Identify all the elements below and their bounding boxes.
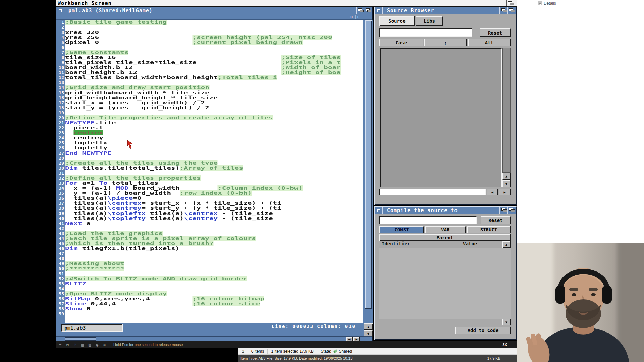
code-line[interactable]: 42: [57, 226, 363, 231]
code-line[interactable]: 27End NEWTYPE: [57, 150, 363, 156]
code-line[interactable]: 21NEWTYPE.tile: [57, 120, 363, 125]
code-line[interactable]: 52;#Switch To BLITZ mode AND draw grid b…: [57, 276, 363, 281]
browser-entry-field[interactable]: [379, 189, 486, 195]
depth-gadget-icon[interactable]: [507, 207, 515, 214]
zoom-gadget-icon[interactable]: [499, 7, 507, 14]
floppy-icon[interactable]: ▦: [79, 343, 85, 347]
code-line[interactable]: 28: [57, 156, 363, 161]
depth-gadget-icon[interactable]: [507, 7, 515, 14]
code-line[interactable]: 56BitMap 0,xres,yres,4 ;16 colour bitmap: [57, 296, 363, 301]
menu-icon[interactable]: ≡: [57, 343, 63, 347]
parent-button[interactable]: Parent: [379, 234, 511, 241]
zoom-gadget-icon[interactable]: [356, 7, 364, 14]
code-line[interactable]: 55;Open BLITZ mode display: [57, 291, 363, 296]
add-to-code-button[interactable]: Add to Code: [455, 327, 511, 334]
display-icon[interactable]: ◻: [65, 343, 70, 347]
code-line[interactable]: 9tile_pixels=tile_size*tile_size ;Pixels…: [57, 60, 363, 65]
code-line[interactable]: 49;Messing about: [57, 261, 363, 266]
filter-case-button[interactable]: Case: [379, 39, 423, 46]
code-line[interactable]: 43;Load the tile graphics: [57, 231, 363, 236]
source-browser-titlebar[interactable]: Source Browser: [375, 7, 516, 14]
code-line[interactable]: 35 y = (a-1) / board_width ;row index (0…: [57, 191, 363, 196]
code-line[interactable]: 7;Game Constants: [57, 50, 363, 55]
code-line[interactable]: 58Show 0: [57, 306, 363, 311]
code-line[interactable]: 14;Grid size and draw start position: [57, 85, 363, 90]
trace-toggle-button[interactable]: T: [355, 15, 360, 19]
code-line[interactable]: 29;Create all the tiles using the type: [57, 161, 363, 166]
filter-all-button[interactable]: All: [468, 39, 511, 46]
code-line[interactable]: 48: [57, 256, 363, 261]
code-line[interactable]: 15grid_width=board_width * tile_size: [57, 90, 363, 95]
code-line[interactable]: 17start_x = (xres - grid_width) / 2: [57, 100, 363, 105]
code-line[interactable]: 39 tiles(a)\topleftx=tiles(a)\centrex - …: [57, 211, 363, 216]
settings-icon[interactable]: ⊕: [102, 343, 107, 347]
editor-vertical-scrollbar[interactable]: [364, 20, 373, 323]
code-line[interactable]: 20;Define Tile properties and create arr…: [57, 115, 363, 120]
code-line[interactable]: 33For a=1 To total_tiles: [57, 181, 363, 186]
code-line[interactable]: 59: [57, 311, 363, 316]
code-line[interactable]: 54: [57, 286, 363, 291]
code-line[interactable]: 23 centrex: [57, 130, 363, 135]
list-scroll-up-button[interactable]: ▲: [502, 173, 511, 180]
identifier-scroll-down-button[interactable]: ▼: [502, 319, 511, 325]
camera-icon[interactable]: ◉: [94, 343, 100, 347]
code-line[interactable]: 57Slice 0,44,4 ;16 colour slice: [57, 301, 363, 306]
identifier-scroll-up-button[interactable]: ▲: [502, 241, 511, 248]
workbench-titlebar[interactable]: Workbench Screen: [56, 0, 517, 7]
editor-titlebar[interactable]: pm1.ab3 (Shared:NeilGame): [56, 7, 372, 14]
code-line[interactable]: 31: [57, 171, 363, 176]
horizontal-scroll-thumb[interactable]: [65, 337, 96, 341]
code-line[interactable]: 5dpixel=0 ;current pixel being drawn: [57, 40, 363, 45]
compile-reset-button[interactable]: Reset: [481, 216, 511, 224]
close-gadget-icon[interactable]: [375, 7, 383, 14]
code-line[interactable]: 50;*************: [57, 266, 363, 271]
code-line[interactable]: 19: [57, 110, 363, 115]
code-line[interactable]: 47: [57, 251, 363, 256]
vertical-scroll-thumb[interactable]: [365, 20, 372, 309]
debug-toggle-button[interactable]: D: [349, 15, 354, 19]
scroll-up-button[interactable]: ▲: [364, 323, 373, 330]
code-line[interactable]: 2: [57, 25, 363, 30]
code-line[interactable]: 51: [57, 271, 363, 276]
entry-left-button[interactable]: ◀: [487, 189, 498, 195]
code-line[interactable]: 46Dim tilegfx1.b(tile_pixels): [57, 246, 363, 251]
close-gadget-icon[interactable]: [56, 7, 64, 14]
code-line[interactable]: 41Next a: [57, 221, 363, 226]
code-line[interactable]: 22 piece.l: [57, 125, 363, 130]
code-line[interactable]: 32;Define all the tiles properties: [57, 176, 363, 181]
code-line[interactable]: 11board_height.b=12 ;Height of boa: [57, 70, 363, 75]
reset-button[interactable]: Reset: [480, 28, 511, 37]
code-line[interactable]: 13: [57, 80, 363, 85]
compile-titlebar[interactable]: Compile the source to: [375, 207, 516, 214]
screen-depth-gadget-icon[interactable]: [506, 0, 515, 6]
tab-struct[interactable]: STRUCT: [467, 226, 511, 233]
code-line[interactable]: 1;Basic tile game testing: [57, 20, 363, 25]
code-area[interactable]: 1;Basic tile game testing23xres=3204yres…: [57, 20, 363, 323]
audio-icon[interactable]: ♪: [72, 343, 78, 347]
zoom-gadget-icon[interactable]: [499, 207, 507, 214]
list-scroll-down-button[interactable]: ▼: [502, 180, 511, 187]
code-line[interactable]: 30Dim tiles.tile(total_tiles);Array of t…: [57, 166, 363, 171]
code-line[interactable]: 18start_y = (yres - grid_height) / 2: [57, 105, 363, 110]
tab-const[interactable]: CONST: [379, 226, 424, 233]
code-line[interactable]: 24 centrey: [57, 135, 363, 140]
close-gadget-icon[interactable]: [375, 207, 383, 214]
search-input[interactable]: [379, 28, 472, 37]
depth-gadget-icon[interactable]: [364, 7, 371, 14]
tab-var[interactable]: VAR: [425, 226, 466, 233]
code-line[interactable]: 53BLITZ: [57, 281, 363, 286]
code-line[interactable]: 25 topleftx: [57, 140, 363, 145]
code-line[interactable]: 16grid_height=board_height * tile_size: [57, 95, 363, 100]
code-line[interactable]: 44;Each tile sprite is a pixel array of …: [57, 236, 363, 241]
folder-icon[interactable]: ▤: [87, 343, 93, 347]
code-line[interactable]: 8tile_size=16 ;Size of tiles: [57, 55, 363, 60]
compile-input[interactable]: [379, 216, 477, 224]
details-tab[interactable]: Details: [538, 1, 556, 6]
filter-semicolon-button[interactable]: ;: [424, 39, 467, 46]
code-line[interactable]: 10board_width.b=12 ;Width of boar: [57, 65, 363, 70]
code-line[interactable]: 36 tiles(a)\piece=0: [57, 196, 363, 201]
code-line[interactable]: 37 tiles(a)\centrex= start_x + (x * tile…: [57, 201, 363, 206]
tab-source[interactable]: Source: [379, 16, 415, 26]
entry-right-button[interactable]: ▶: [499, 189, 511, 195]
tab-libs[interactable]: Libs: [416, 16, 443, 26]
